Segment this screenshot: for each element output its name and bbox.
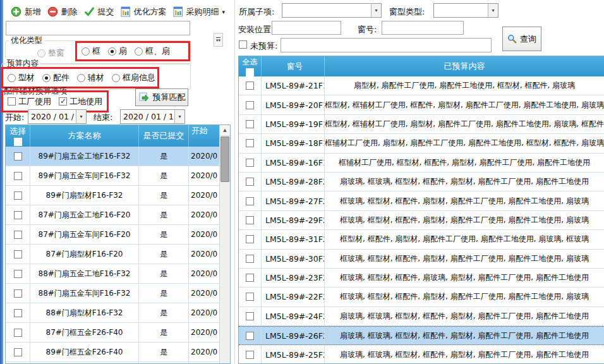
plan-row-checkbox[interactable] — [14, 211, 22, 219]
budget-window-no-cell: LM5L-89#-24F22 — [261, 307, 324, 325]
budget-table-row[interactable]: LM5L-89#-22F20框玻璃, 框型材, 框配件, 扇型材, 扇配件工厂使… — [239, 288, 604, 306]
plan-filter-input[interactable] — [6, 21, 190, 35]
scrollbar-up-icon[interactable]: ▲ — [220, 125, 230, 136]
plan-table-row[interactable]: 89#门扇五金车间F16-F32是2020/0 — [6, 166, 230, 186]
budget-table-row[interactable]: LM5L-89#-28F26扇玻璃, 框玻璃, 框型材, 框配件, 扇型材, 扇… — [239, 173, 604, 191]
budget-table-row[interactable]: LM5L-89#-23F21框玻璃, 框型材, 框配件, 扇玻璃, 扇型材, 扇… — [239, 269, 604, 288]
window-type-combobox[interactable]: ▾ — [433, 3, 498, 18]
start-date-picker[interactable]: 2020 / 01 / 1 ▾ — [28, 109, 87, 124]
budget-row-checkbox[interactable] — [246, 82, 254, 90]
plan-table-row[interactable]: 88#门扇五金工地F16-F32是2020/0 — [6, 264, 230, 284]
plan-table-row[interactable]: 88#门扇型材F16-F32是2020/0 — [6, 303, 230, 323]
purchase-detail-button[interactable]: 采购明细 ▾ — [171, 5, 227, 19]
plan-name-cell: 87#门框五金F26-F40 — [30, 323, 138, 342]
radio-option[interactable]: 辅材 — [77, 72, 104, 83]
budget-row-checkbox[interactable] — [246, 216, 254, 224]
checkbox-option[interactable]: 工厂使用 — [8, 96, 51, 107]
end-date-dropdown-icon[interactable]: ▾ — [174, 110, 184, 123]
plan-table-row[interactable]: 89#门扇型材F16-F32是2020/0 — [6, 186, 230, 205]
radio-option[interactable]: 框扇信息 — [112, 72, 155, 83]
plan-row-checkbox[interactable] — [14, 172, 22, 180]
no-budget-input[interactable] — [281, 38, 492, 52]
budget-row-checkbox[interactable] — [246, 139, 254, 147]
plan-table-row[interactable]: 87#门扇五金工地F16-F20是2020/0 — [6, 205, 230, 225]
budget-row-checkbox[interactable] — [246, 178, 254, 186]
no-budget-label: 未预算: — [250, 40, 277, 52]
scrollbar-thumb[interactable] — [220, 136, 229, 182]
plan-table-row[interactable]: 87#门扇五金车间F16-F20是2020/0 — [6, 225, 230, 245]
checkbox-option[interactable]: 工地使用 — [59, 96, 102, 107]
window-left-border — [0, 0, 3, 364]
window-type-dropdown-icon[interactable]: ▾ — [488, 4, 498, 17]
budget-row-checkbox[interactable] — [246, 332, 254, 340]
panel-splitter[interactable] — [234, 0, 235, 364]
radio-option[interactable]: 扇 — [108, 46, 127, 57]
budget-row-checkbox[interactable] — [246, 197, 254, 205]
budget-row-checkbox[interactable] — [246, 255, 254, 263]
plan-table-scrollbar[interactable]: ▲ — [219, 125, 230, 363]
plan-row-checkbox[interactable] — [14, 231, 22, 239]
plan-row-checkbox[interactable] — [14, 348, 22, 356]
install-position-input[interactable] — [272, 21, 341, 35]
radio-option[interactable]: 配件 — [42, 72, 69, 83]
budget-header-window-no[interactable]: 窗号 — [261, 56, 324, 76]
plan-row-select-cell — [6, 245, 30, 264]
plan-row-checkbox[interactable] — [14, 152, 22, 161]
optimize-plan-button[interactable]: 优化方案 — [119, 5, 168, 19]
no-budget-checkbox[interactable] — [239, 40, 247, 49]
radio-label: 框扇信息 — [123, 72, 155, 83]
toolbar-overflow-button[interactable]: ▾▾ — [214, 33, 223, 47]
budget-table-row[interactable]: LM5L-89#-16F15框辅材工厂使用, 框型材, 框配件, 扇型材, 扇配… — [239, 154, 604, 173]
plan-row-checkbox[interactable] — [14, 191, 22, 200]
end-date-picker[interactable]: 2020 / 01 / 13 ▾ — [120, 109, 185, 124]
plan-header-select: 选择 — [6, 125, 30, 147]
plan-row-checkbox[interactable] — [14, 309, 22, 317]
plan-row-checkbox[interactable] — [14, 329, 22, 337]
plan-table-row[interactable]: 87#门框五金F26-F40是2020/0 — [6, 323, 230, 343]
add-button[interactable]: 新增 — [9, 5, 42, 19]
sub-item-combobox[interactable]: ▾ — [282, 3, 382, 18]
budget-table-row[interactable]: LM5L-89#-24F22扇玻璃, 框玻璃, 框型材, 框配件, 扇型材, 扇… — [239, 307, 604, 326]
plan-select-all-checkbox[interactable] — [14, 138, 22, 146]
plan-row-checkbox[interactable] — [14, 289, 22, 298]
plan-table-row[interactable]: 89#门框五金F26-F40是2020/0 — [6, 343, 230, 362]
budget-row-checkbox[interactable] — [246, 120, 254, 128]
budget-row-checkbox[interactable] — [246, 101, 254, 109]
plan-header-name[interactable]: 方案名称 — [30, 125, 138, 147]
window-no-input[interactable] — [382, 21, 464, 35]
budget-table-row[interactable]: LM5L-89#-19F17框型材, 框辅材工厂使用, 扇型材, 扇配件工厂使用… — [239, 115, 604, 134]
plan-header-submitted[interactable]: 是否已提交 — [138, 125, 188, 147]
budget-match-button[interactable]: 预算匹配 — [135, 88, 188, 106]
budget-row-checkbox[interactable] — [246, 351, 254, 359]
radio-option[interactable]: 框 — [82, 46, 100, 57]
budget-table-row[interactable]: LM5L-89#-31F29框型材, 框配件, 扇型材, 扇配件工厂使用, 扇配… — [239, 230, 604, 249]
delete-button[interactable]: 删除 — [45, 5, 79, 19]
start-date-dropdown-icon[interactable]: ▾ — [76, 110, 86, 123]
submit-button[interactable]: 提交 — [82, 5, 116, 19]
budget-table-row[interactable]: LM5L-89#-25F23扇玻璃, 框玻璃, 框型材, 框配件, 扇型材, 扇… — [239, 345, 604, 364]
budget-table-row[interactable]: LM5L-89#-18F16框辅材工厂使用, 扇型材, 扇配件工厂使用, 扇配件… — [239, 134, 604, 153]
plan-row-checkbox[interactable] — [14, 250, 22, 258]
plan-table-row[interactable]: 88#门扇五金车间F16-F32是2020/0 — [6, 284, 230, 303]
budget-row-checkbox[interactable] — [246, 235, 254, 243]
budget-table-row[interactable]: LM5L-89#-26F24扇玻璃, 框玻璃, 框型材, 框配件, 扇型材, 扇… — [239, 326, 604, 345]
budget-table-row[interactable]: LM5L-89#-27F25框玻璃, 框型材, 框配件, 扇型材, 扇配件工厂使… — [239, 191, 604, 210]
budget-content-cell: 框型材, 框辅材工厂使用, 框配件, 扇型材, 扇配件工厂使用, 扇配件工地使用… — [324, 95, 604, 114]
sub-item-dropdown-icon[interactable]: ▾ — [371, 4, 381, 17]
query-button[interactable]: 查询 — [502, 27, 541, 51]
budget-table-row[interactable]: LM5L-89#-29F27框玻璃, 框型材, 框配件, 扇型材, 扇配件工厂使… — [239, 211, 604, 230]
budget-table-row[interactable]: LM5L-89#-20F18框型材, 框辅材工厂使用, 框配件, 扇型材, 扇配… — [239, 95, 604, 114]
plan-table-row[interactable]: 89#门扇五金工地F16-F32是2020/0 — [6, 147, 230, 166]
budget-header-content[interactable]: 已预算内容 — [324, 56, 604, 76]
budget-select-all-checkbox[interactable] — [246, 68, 254, 76]
radio-option[interactable]: 框、扇 — [135, 46, 170, 57]
budget-row-checkbox[interactable] — [246, 293, 254, 301]
budget-row-checkbox[interactable] — [246, 312, 254, 320]
plan-row-checkbox[interactable] — [14, 270, 22, 278]
budget-table-row[interactable]: LM5L-89#-21F19扇型材, 扇配件工厂使用, 扇配件工地使用, 框型材… — [239, 76, 604, 95]
budget-row-checkbox[interactable] — [246, 159, 254, 167]
radio-option[interactable]: 型材 — [8, 72, 35, 83]
plan-table-row[interactable]: 87#门扇型材F16-F20是2020/0 — [6, 245, 230, 264]
budget-row-checkbox[interactable] — [246, 274, 254, 282]
budget-table-row[interactable]: LM5L-89#-30F28框玻璃, 框型材, 框配件, 扇型材, 扇配件工厂使… — [239, 250, 604, 269]
